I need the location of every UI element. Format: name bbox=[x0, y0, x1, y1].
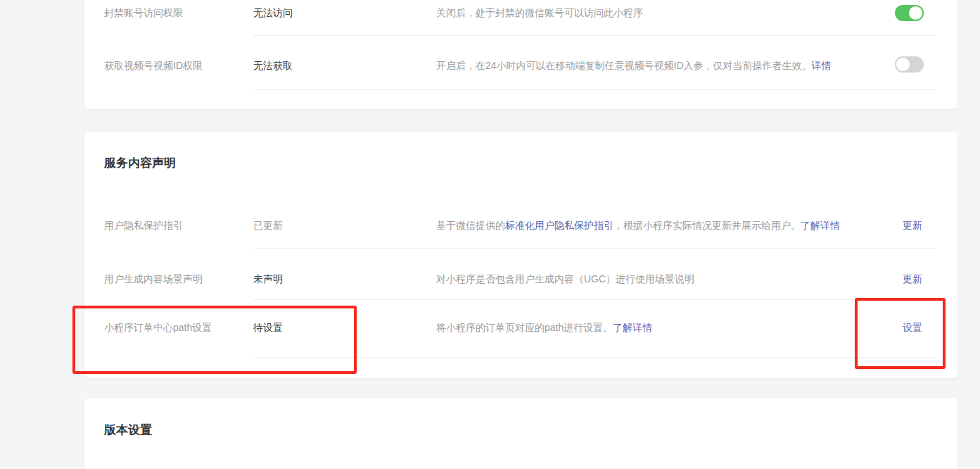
row-video-id-label: 获取视频号视频ID权限 bbox=[104, 58, 248, 73]
row-banned-account-value: 无法访问 bbox=[253, 6, 359, 20]
toggle-knob bbox=[909, 6, 922, 20]
learn-more-link[interactable]: 了解详情 bbox=[613, 322, 652, 333]
details-link[interactable]: 详情 bbox=[812, 60, 832, 71]
row-order-path-label: 小程序订单中心path设置 bbox=[104, 320, 248, 334]
video-id-toggle[interactable] bbox=[895, 56, 924, 73]
settings-page: 封禁账号访问权限 无法访问 关闭后，处于封禁的微信账号可以访问此小程序 获取视频… bbox=[0, 0, 980, 469]
row-ugc-action: 更新 bbox=[903, 272, 945, 286]
row-privacy-action: 更新 bbox=[903, 218, 945, 232]
row-privacy-label: 用户隐私保护指引 bbox=[104, 218, 248, 232]
banned-account-toggle[interactable] bbox=[895, 5, 924, 21]
row-ugc-label: 用户生成内容场景声明 bbox=[104, 272, 248, 286]
desc-text: 基于微信提供的 bbox=[436, 220, 505, 231]
update-privacy-button[interactable]: 更新 bbox=[903, 220, 922, 231]
row-privacy-desc: 基于微信提供的标准化用户隐私保护指引，根据小程序实际情况更新并展示给用户。了解详… bbox=[436, 218, 901, 232]
row-divider bbox=[253, 299, 936, 300]
version-settings-card: 版本设置 bbox=[84, 398, 957, 469]
row-divider bbox=[253, 248, 936, 249]
row-privacy-value: 已更新 bbox=[253, 218, 359, 232]
row-ugc-value: 未声明 bbox=[253, 272, 359, 286]
row-ugc-desc: 对小程序是否包含用户生成内容（UGC）进行使用场景说明 bbox=[436, 272, 901, 286]
permissions-card: 封禁账号访问权限 无法访问 关闭后，处于封禁的微信账号可以访问此小程序 获取视频… bbox=[84, 0, 957, 109]
toggle-knob bbox=[896, 58, 910, 71]
service-declaration-title: 服务内容声明 bbox=[104, 155, 176, 171]
row-video-id-value: 无法获取 bbox=[253, 58, 359, 73]
desc-text: 开启后，在24小时内可以在移动端复制任意视频号视频ID入参，仅对当前操作者生效。 bbox=[436, 60, 812, 71]
row-order-path-value: 待设置 bbox=[253, 320, 359, 334]
service-declaration-card: 服务内容声明 用户隐私保护指引 已更新 基于微信提供的标准化用户隐私保护指引，根… bbox=[84, 132, 957, 378]
desc-text: ，根据小程序实际情况更新并展示给用户。 bbox=[613, 220, 801, 231]
row-divider bbox=[253, 89, 936, 90]
update-ugc-button[interactable]: 更新 bbox=[903, 273, 922, 284]
learn-more-link[interactable]: 了解详情 bbox=[801, 220, 840, 231]
desc-text: 将小程序的订单页对应的path进行设置。 bbox=[436, 322, 613, 333]
row-banned-account-label: 封禁账号访问权限 bbox=[104, 6, 248, 20]
row-order-path-desc: 将小程序的订单页对应的path进行设置。了解详情 bbox=[436, 320, 901, 334]
row-video-id-desc: 开启后，在24小时内可以在移动端复制任意视频号视频ID入参，仅对当前操作者生效。… bbox=[436, 58, 901, 73]
row-order-path-action: 设置 bbox=[903, 320, 945, 334]
row-divider bbox=[253, 35, 936, 36]
row-divider bbox=[253, 357, 936, 358]
row-banned-account-desc: 关闭后，处于封禁的微信账号可以访问此小程序 bbox=[436, 6, 901, 20]
version-settings-title: 版本设置 bbox=[104, 422, 152, 438]
standard-privacy-guideline-link[interactable]: 标准化用户隐私保护指引 bbox=[505, 220, 613, 231]
set-order-path-button[interactable]: 设置 bbox=[903, 322, 922, 333]
